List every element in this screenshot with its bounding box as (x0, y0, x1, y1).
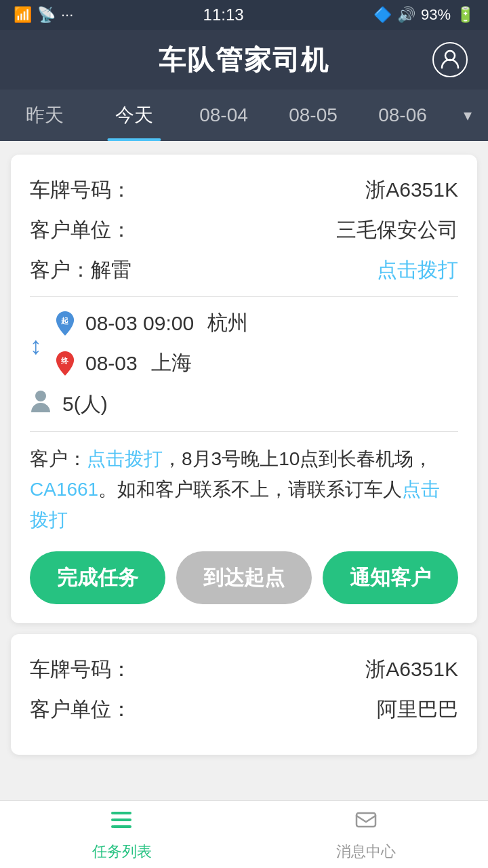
status-bar: 📶 📡 ··· 11:13 🔷 🔊 93% 🔋 (0, 0, 488, 30)
app-header: 车队管家司机 (0, 30, 488, 90)
messages-icon (354, 808, 378, 837)
route-start: 起 08-03 09:00 杭州 (53, 309, 458, 337)
tab-yesterday[interactable]: 昨天 (0, 90, 89, 141)
route-section: ↕ 起 08-03 09:00 杭州 终 (30, 309, 458, 377)
tab-aug04[interactable]: 08-04 (179, 90, 268, 141)
route-start-info: 08-03 09:00 (85, 312, 194, 335)
tab-today[interactable]: 今天 (89, 90, 179, 141)
tab-aug06[interactable]: 08-06 (358, 90, 447, 141)
battery-level: 93% (421, 6, 451, 24)
signal-icon: 📶 (14, 6, 32, 24)
end-pin-icon: 终 (53, 351, 77, 376)
route-start-city: 杭州 (207, 309, 248, 337)
tab-dropdown-button[interactable]: ▾ (447, 90, 488, 141)
wifi-icon: 📡 (37, 6, 56, 24)
order-card-2: 车牌号码： 浙A6351K 客户单位： 阿里巴巴 (11, 634, 477, 755)
note-end: 。如和客户联系不上，请联系订车人 (98, 479, 402, 500)
plate-label-2: 车牌号码： (30, 656, 131, 684)
svg-rect-6 (113, 825, 131, 828)
client-unit-value: 三毛保安公司 (336, 216, 458, 244)
note-flight: CA1661 (30, 479, 98, 500)
note-call-1[interactable]: 点击拨打 (87, 448, 163, 469)
note-prefix: 客户： (30, 448, 87, 469)
plate-row-2: 车牌号码： 浙A6351K (30, 656, 458, 684)
nav-messages[interactable]: 消息中心 (244, 801, 488, 868)
svg-point-9 (111, 825, 114, 828)
client-call-row: 客户：解雷 点击拨打 (30, 256, 458, 284)
route-arrows: ↕ (30, 309, 42, 377)
order-note: 客户：点击拨打，8月3号晚上10点到长春机场，CA1661。如和客户联系不上，请… (30, 444, 458, 535)
svg-point-3 (35, 391, 46, 401)
status-left: 📶 📡 ··· (14, 6, 73, 24)
client-unit-row: 客户单位： 三毛保安公司 (30, 216, 458, 244)
arrive-start-button[interactable]: 到达起点 (176, 551, 312, 604)
bluetooth-icon: 🔷 (373, 6, 392, 24)
client-call-button[interactable]: 点击拨打 (377, 256, 458, 284)
client-unit-value-2: 阿里巴巴 (377, 696, 458, 724)
chevron-down-icon: ▾ (464, 106, 472, 125)
start-pin-icon: 起 (53, 311, 77, 336)
plate-value-2: 浙A6351K (365, 656, 458, 684)
content-area: 车牌号码： 浙A6351K 客户单位： 三毛保安公司 客户：解雷 点击拨打 ↕ … (0, 141, 488, 836)
route-arrow-icon: ↕ (30, 334, 42, 358)
route-end-date: 08-03 (85, 352, 138, 375)
dots-icon: ··· (61, 6, 73, 24)
svg-text:终: 终 (61, 357, 70, 365)
app-title: 车队管家司机 (159, 41, 329, 79)
route-stops: 起 08-03 09:00 杭州 终 08-03 上海 (53, 309, 458, 377)
client-name-label: 客户：解雷 (30, 256, 131, 284)
action-buttons: 完成任务 到达起点 通知客户 (30, 551, 458, 604)
client-unit-row-2: 客户单位： 阿里巴巴 (30, 696, 458, 724)
tasks-icon (110, 808, 134, 837)
avatar-button[interactable] (432, 42, 468, 77)
person-count-value: 5(人) (62, 391, 108, 418)
plate-label: 车牌号码： (30, 176, 131, 204)
person-icon (30, 389, 52, 419)
status-time: 11:13 (203, 5, 244, 24)
svg-point-7 (111, 812, 114, 814)
nav-tasks-label: 任务列表 (92, 842, 152, 862)
client-unit-label: 客户单位： (30, 216, 131, 244)
nav-messages-label: 消息中心 (336, 842, 396, 862)
plate-row: 车牌号码： 浙A6351K (30, 176, 458, 204)
battery-icon: 🔋 (456, 6, 474, 24)
sound-icon: 🔊 (397, 6, 415, 24)
svg-rect-4 (113, 812, 131, 814)
complete-task-button[interactable]: 完成任务 (30, 551, 165, 604)
svg-point-8 (111, 818, 114, 821)
order-card-1: 车牌号码： 浙A6351K 客户单位： 三毛保安公司 客户：解雷 点击拨打 ↕ … (11, 155, 477, 623)
plate-value: 浙A6351K (365, 176, 458, 204)
client-unit-label-2: 客户单位： (30, 696, 131, 724)
note-middle: ，8月3号晚上10点到长春机场， (163, 448, 432, 469)
bottom-navigation: 任务列表 消息中心 (0, 800, 488, 868)
divider-1 (30, 296, 458, 297)
tab-aug05[interactable]: 08-05 (268, 90, 358, 141)
notify-client-button[interactable]: 通知客户 (323, 551, 458, 604)
svg-rect-5 (113, 818, 131, 821)
svg-text:起: 起 (61, 317, 70, 325)
route-end-city: 上海 (151, 349, 192, 377)
status-right: 🔷 🔊 93% 🔋 (373, 6, 474, 24)
divider-2 (30, 431, 458, 432)
svg-rect-10 (357, 813, 375, 827)
route-end: 终 08-03 上海 (53, 349, 458, 377)
person-row: 5(人) (30, 389, 458, 419)
tab-bar: 昨天 今天 08-04 08-05 08-06 ▾ (0, 90, 488, 141)
nav-tasks[interactable]: 任务列表 (0, 801, 244, 868)
